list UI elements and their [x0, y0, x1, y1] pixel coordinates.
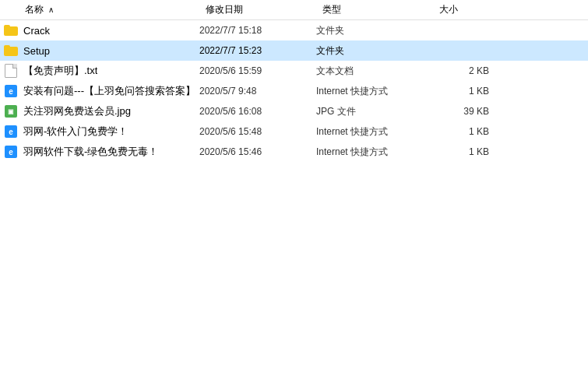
table-row[interactable]: Crack 2022/7/7 15:18 文件夹 — [0, 20, 588, 40]
file-type: Internet 快捷方式 — [316, 125, 433, 139]
table-row[interactable]: 【免责声明】.txt 2020/5/6 15:59 文本文档 2 KB — [0, 61, 588, 81]
file-date: 2020/5/6 15:48 — [199, 126, 316, 137]
file-name: 安装有问题---【上羽免问答搜索答案】 — [23, 84, 195, 98]
file-size: 39 KB — [433, 106, 495, 117]
col-date-label: 修改日期 — [206, 4, 243, 15]
file-name-cell: Setup — [3, 43, 199, 58]
file-type: JPG 文件 — [316, 105, 433, 118]
col-name-header[interactable]: 名称 ∧ — [3, 3, 206, 16]
file-name: 羽网-软件入门免费学！ — [23, 125, 128, 139]
url-icon: e — [3, 124, 19, 139]
file-type: 文件夹 — [316, 24, 433, 37]
file-size: 2 KB — [433, 65, 495, 76]
file-date: 2022/7/7 15:23 — [199, 45, 316, 56]
col-type-header[interactable]: 类型 — [322, 3, 439, 16]
file-name-cell: e 安装有问题---【上羽免问答搜索答案】 — [3, 83, 199, 99]
file-name: Crack — [23, 25, 50, 37]
file-date: 2020/5/7 9:48 — [199, 86, 316, 97]
file-name-cell: 【免责声明】.txt — [3, 63, 199, 79]
file-type: 文件夹 — [316, 44, 433, 58]
col-size-header[interactable]: 大小 — [439, 3, 502, 16]
file-name: 关注羽网免费送会员.jpg — [23, 104, 131, 118]
file-size: 1 KB — [433, 146, 495, 157]
table-row[interactable]: e 羽网-软件入门免费学！ 2020/5/6 15:48 Internet 快捷… — [0, 121, 588, 142]
table-row[interactable]: e 安装有问题---【上羽免问答搜索答案】 2020/5/7 9:48 Inte… — [0, 81, 588, 101]
file-type: 文本文档 — [316, 65, 433, 78]
table-row[interactable]: e 羽网软件下载-绿色免费无毒！ 2020/5/6 15:46 Internet… — [0, 142, 588, 162]
col-date-header[interactable]: 修改日期 — [206, 3, 322, 16]
col-size-label: 大小 — [439, 4, 458, 15]
file-name: 【免责声明】.txt — [23, 64, 97, 78]
file-explorer: 名称 ∧ 修改日期 类型 大小 Crack 2022/7/7 15:18 文件夹… — [0, 0, 588, 390]
file-type: Internet 快捷方式 — [316, 146, 433, 159]
folder-icon — [3, 43, 19, 58]
url-icon: e — [3, 83, 19, 99]
col-type-label: 类型 — [322, 4, 341, 15]
table-row[interactable]: ▣ 关注羽网免费送会员.jpg 2020/5/6 16:08 JPG 文件 39… — [0, 101, 588, 121]
file-name-cell: e 羽网-软件入门免费学！ — [3, 124, 199, 139]
file-date: 2020/5/6 16:08 — [199, 106, 316, 117]
file-name-cell: e 羽网软件下载-绿色免费无毒！ — [3, 144, 199, 160]
sort-arrow-icon: ∧ — [48, 5, 54, 14]
txt-icon — [3, 63, 19, 79]
folder-icon — [3, 23, 19, 38]
file-list: Crack 2022/7/7 15:18 文件夹 Setup 2022/7/7 … — [0, 20, 588, 390]
file-date: 2020/5/6 15:46 — [199, 146, 316, 157]
file-size: 1 KB — [433, 86, 495, 97]
file-date: 2020/5/6 15:59 — [199, 65, 316, 76]
url-icon: e — [3, 144, 19, 160]
table-row[interactable]: Setup 2022/7/7 15:23 文件夹 — [0, 40, 588, 61]
file-name: Setup — [23, 45, 50, 57]
jpg-icon: ▣ — [3, 104, 19, 119]
file-size: 1 KB — [433, 126, 495, 137]
file-date: 2022/7/7 15:18 — [199, 25, 316, 36]
file-name-cell: Crack — [3, 23, 199, 38]
col-name-label: 名称 — [25, 4, 44, 15]
file-name: 羽网软件下载-绿色免费无毒！ — [23, 145, 158, 159]
file-type: Internet 快捷方式 — [316, 85, 433, 98]
file-name-cell: ▣ 关注羽网免费送会员.jpg — [3, 104, 199, 119]
column-header: 名称 ∧ 修改日期 类型 大小 — [0, 0, 588, 20]
